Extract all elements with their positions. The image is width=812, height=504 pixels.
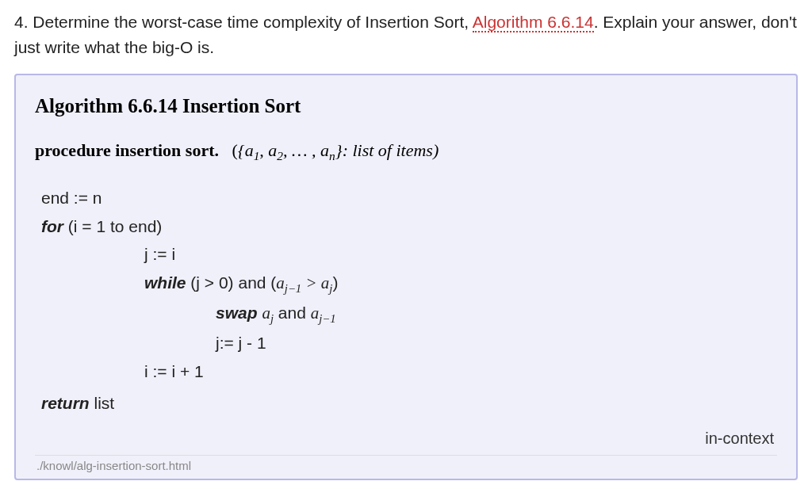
- code-line-swap: swap aj and aj−1: [41, 299, 777, 329]
- code-line-j-init: j := i: [41, 240, 777, 269]
- algorithm-link[interactable]: Algorithm 6.6.14: [473, 13, 594, 32]
- question-number: 4.: [14, 13, 29, 31]
- algorithm-box: Algorithm 6.6.14 Insertion Sort procedur…: [14, 74, 798, 480]
- procedure-signature: ({a1, a2, … , an}: list of items): [224, 140, 439, 160]
- algorithm-title: Algorithm 6.6.14 Insertion Sort: [35, 91, 777, 121]
- code-line-end: end := n: [41, 184, 777, 212]
- procedure-line: procedure insertion sort. ({a1, a2, … , …: [35, 137, 777, 166]
- code-line-return: return list: [41, 389, 777, 418]
- code-line-i-inc: i := i + 1: [41, 357, 777, 386]
- procedure-label: procedure insertion sort.: [35, 140, 219, 160]
- question-preface: Determine the worst-case time complexity…: [29, 13, 473, 31]
- code-line-j-dec: j:= j - 1: [41, 329, 777, 357]
- code-line-for: for (i = 1 to end): [41, 212, 777, 241]
- footer-path: ./knowl/alg-insertion-sort.html: [35, 455, 777, 475]
- question-text: 4. Determine the worst-case time complex…: [14, 10, 798, 59]
- in-context-link[interactable]: in-context: [35, 426, 777, 450]
- code-line-while: while (j > 0) and (aj−1 > aj): [41, 269, 777, 299]
- code-block: end := n for (i = 1 to end) j := i while…: [35, 184, 777, 417]
